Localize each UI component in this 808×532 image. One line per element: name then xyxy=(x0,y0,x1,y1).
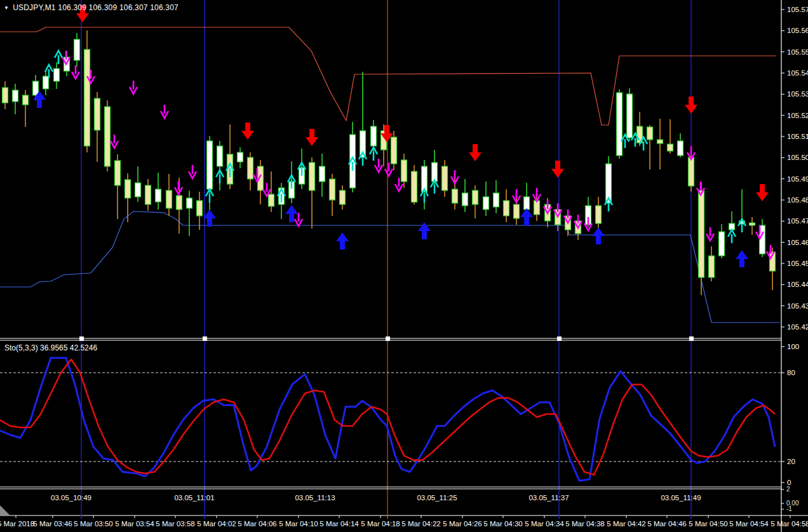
candle-body xyxy=(709,256,715,277)
symbol-quote-text: USDJPY,M1 106.309 106.309 106.307 106.30… xyxy=(13,3,178,12)
time-axis-label: 5 Mar 04:54 xyxy=(729,520,769,528)
chart-svg[interactable]: 03.05_10:4903.05_11:0103.05_11:1303.05_1… xyxy=(0,0,808,532)
candle-body xyxy=(340,190,346,204)
stoch-axis-label: 20 xyxy=(787,458,795,465)
time-axis-label: 5 Mar 04:46 xyxy=(647,520,686,528)
vline-label: 03.05_11:13 xyxy=(295,494,335,502)
candle-body xyxy=(494,193,499,207)
quote-header: ▼ USDJPY,M1 106.309 106.309 106.307 106.… xyxy=(4,3,178,12)
candle-body xyxy=(719,232,725,256)
candle-body xyxy=(74,39,80,60)
candle-body xyxy=(524,197,530,209)
candle-body xyxy=(401,160,407,182)
time-axis-label: 5 Mar 04:30 xyxy=(483,520,522,528)
time-axis-label: 5 Mar 04:14 xyxy=(320,520,359,528)
candle-body xyxy=(13,90,18,102)
candle-body xyxy=(43,76,49,89)
price-axis-label: 105.505 xyxy=(787,154,808,161)
price-axis-label: 105.535 xyxy=(787,90,808,98)
candle-body xyxy=(617,93,623,156)
time-axis-label: 5 Mar 04:18 xyxy=(361,520,400,528)
candle-body xyxy=(156,189,161,202)
chart-background xyxy=(0,0,808,532)
separator-marker xyxy=(557,336,562,341)
time-axis-label: 5 Mar 04:38 xyxy=(565,520,604,528)
candle-body xyxy=(105,107,111,166)
time-axis-label: 5 Mar 03:58 xyxy=(156,520,194,528)
candle-body xyxy=(483,197,489,209)
time-axis-label: 5 Mar 04:50 xyxy=(689,520,727,528)
candle-body xyxy=(309,163,315,190)
time-axis-label: 5 Mar 03:54 xyxy=(115,520,154,528)
price-axis-label: 105.475 xyxy=(787,217,808,225)
time-axis-label: 5 Mar 04:58 xyxy=(771,520,808,528)
candle-body xyxy=(238,152,243,162)
candle-body xyxy=(115,161,121,185)
separator-marker xyxy=(689,336,694,341)
candle-body xyxy=(3,88,8,103)
candle-body xyxy=(473,190,478,204)
price-axis-label: 105.445 xyxy=(787,281,808,288)
price-axis-label: 105.435 xyxy=(787,302,808,310)
candle-body xyxy=(596,206,602,223)
candle-body xyxy=(177,196,182,209)
vline-label: 03.05_11:37 xyxy=(529,494,569,502)
price-axis-label: 105.565 xyxy=(787,27,808,34)
chevron-down-icon[interactable]: ▼ xyxy=(4,5,9,11)
separator-marker xyxy=(79,336,84,341)
candle-body xyxy=(197,201,203,216)
candle-body xyxy=(504,201,509,216)
time-axis-label: 5 Mar 04:02 xyxy=(197,520,236,528)
vline-label: 03.05_10:49 xyxy=(51,494,91,502)
price-axis-label: 105.525 xyxy=(787,112,808,119)
candle-body xyxy=(166,190,172,208)
candle-body xyxy=(125,180,131,198)
candle-body xyxy=(668,144,673,151)
mini-axis-label: -1 xyxy=(786,505,792,512)
candle-body xyxy=(54,69,60,81)
price-axis-label: 105.515 xyxy=(787,133,808,140)
separator-marker xyxy=(386,336,390,341)
vline-label: 03.05_11:01 xyxy=(174,494,214,502)
candle-body xyxy=(442,166,448,190)
candle-body xyxy=(462,193,468,206)
stoch-axis-label: 80 xyxy=(787,369,795,376)
candle-body xyxy=(391,137,397,164)
stochastic-indicator-label: Sto(5,3,3) 36.9565 42.5246 xyxy=(4,343,97,352)
candle-body xyxy=(248,157,253,179)
candle-body xyxy=(371,126,377,146)
time-axis-label: 5 Mar 04:42 xyxy=(607,520,645,528)
price-axis-label: 105.495 xyxy=(787,175,808,183)
mt4-chart-window[interactable]: 03.05_10:4903.05_11:0103.05_11:1303.05_1… xyxy=(0,0,808,532)
time-axis-label: 5 Mar 04:26 xyxy=(443,520,481,528)
candle-body xyxy=(330,179,335,200)
candle-body xyxy=(627,94,633,138)
vline-label: 03.05_11:49 xyxy=(661,494,701,502)
time-axis-label: 5 Mar 2018 xyxy=(0,520,34,528)
candle-body xyxy=(647,127,653,140)
time-axis-label: 5 Mar 04:10 xyxy=(279,520,318,528)
candle-body xyxy=(514,204,520,218)
candle-body xyxy=(269,194,274,206)
candle-body xyxy=(320,166,325,182)
candle-body xyxy=(689,157,694,186)
candle-body xyxy=(657,140,663,143)
candle-body xyxy=(217,146,223,166)
candle-body xyxy=(145,185,151,204)
candle-body xyxy=(452,189,458,203)
price-axis-label: 105.425 xyxy=(787,323,808,331)
candle-body xyxy=(33,81,39,95)
candle-body xyxy=(699,190,704,277)
price-axis-label: 105.555 xyxy=(787,48,808,56)
candle-body xyxy=(84,50,90,146)
candle-body xyxy=(750,223,755,225)
separator-marker xyxy=(203,336,207,341)
vline-label: 03.05_11:25 xyxy=(417,494,457,502)
time-axis-label: 5 Mar 04:34 xyxy=(525,520,564,528)
candle-body xyxy=(95,98,100,130)
price-axis-label: 105.455 xyxy=(787,260,808,267)
stoch-axis-label: 100 xyxy=(787,343,799,350)
time-axis-label: 5 Mar 04:06 xyxy=(238,520,276,528)
price-axis-label: 105.465 xyxy=(787,239,808,246)
time-axis-label: 5 Mar 03:50 xyxy=(74,520,112,528)
